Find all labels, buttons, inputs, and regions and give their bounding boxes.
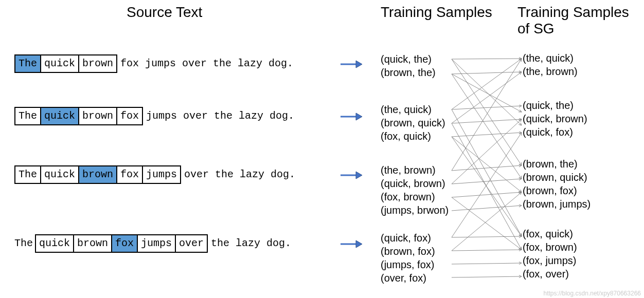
connection-line: [452, 192, 522, 251]
training-sample-sg: (quick, brown): [523, 112, 587, 125]
context-word-box: brown: [78, 54, 117, 73]
connection-line: [452, 74, 522, 179]
heading-training-samples: Training Samples: [381, 4, 492, 21]
training-sample: (the, quick): [381, 103, 445, 116]
target-word-box: fox: [111, 234, 138, 253]
training-sample-sg: (brown, quick): [523, 171, 591, 184]
training-sample-sg: (fox, brown): [523, 240, 577, 254]
training-sample-sg: (the, quick): [523, 51, 578, 65]
connection-line: [452, 263, 522, 264]
training-sample-sg: (fox, jumps): [523, 254, 577, 267]
lead-text: The: [14, 237, 35, 250]
connection-line: [452, 179, 522, 184]
target-word-box: The: [14, 54, 41, 73]
training-sample-sg: (the, brown): [523, 65, 578, 78]
connection-line: [452, 133, 522, 237]
context-word-box: brown: [73, 234, 112, 253]
connection-line: [452, 74, 522, 112]
context-word-box: The: [14, 107, 41, 125]
context-word-box: fox: [116, 107, 143, 125]
connection-line: [452, 109, 522, 236]
source-text-row: The quickbrownfoxjumpsoverthe lazy dog.: [14, 234, 291, 253]
connection-line: [452, 119, 522, 184]
svg-marker-5: [356, 172, 362, 179]
context-window: quickbrownfoxjumpsover: [35, 234, 208, 253]
connection-line: [452, 197, 522, 250]
connection-line: [452, 59, 522, 125]
context-word-box: The: [14, 165, 41, 184]
arrow-icon: [339, 239, 362, 249]
svg-marker-1: [356, 61, 362, 68]
connection-line: [452, 250, 522, 251]
context-window: Thequickbrownfoxjumps: [14, 165, 181, 184]
training-samples-sg-group: (the, quick)(the, brown): [523, 51, 578, 78]
training-samples-sg-group: (brown, the)(brown, quick)(brown, fox)(b…: [523, 157, 591, 211]
training-sample: (fox, brown): [381, 190, 449, 203]
connection-line: [452, 206, 522, 211]
watermark: https://blog.csdn.net/xpy870663266: [544, 290, 641, 297]
remaining-text: over the lazy dog.: [181, 169, 295, 181]
heading-source-text: Source Text: [127, 4, 202, 21]
training-sample: (jumps, brwon): [381, 203, 449, 217]
context-word-box: jumps: [137, 234, 176, 253]
svg-marker-3: [356, 113, 362, 120]
training-sample: (brown, the): [381, 66, 436, 79]
training-sample-sg: (quick, fox): [523, 125, 587, 139]
training-sample-sg: (brown, jumps): [523, 197, 591, 211]
training-sample: (over, fox): [381, 271, 435, 285]
connection-line: [452, 137, 522, 236]
connection-line: [452, 59, 522, 59]
context-word-box: quick: [40, 165, 79, 184]
context-word-box: quick: [35, 234, 74, 253]
context-word-box: quick: [40, 54, 79, 73]
context-word-box: over: [175, 234, 208, 253]
training-sample: (the, brown): [381, 163, 449, 177]
connection-line: [452, 72, 522, 74]
connection-line: [452, 276, 522, 277]
arrow-icon: [339, 171, 362, 180]
training-sample: (quick, the): [381, 52, 436, 66]
training-sample-sg: (brown, fox): [523, 184, 591, 197]
source-text-row: Thequickbrownfoxjumps over the lazy dog.: [14, 107, 294, 125]
remaining-text: fox jumps over the lazy dog.: [117, 58, 293, 70]
connection-line: [452, 165, 522, 171]
source-text-row: Thequickbrownfox jumps over the lazy dog…: [14, 54, 293, 73]
connection-line: [452, 106, 522, 109]
source-text-row: Thequickbrownfoxjumpsover the lazy dog.: [14, 165, 295, 184]
training-sample: (quick, brown): [381, 177, 449, 190]
training-sample-sg: (fox, over): [523, 267, 577, 281]
connection-line: [452, 192, 522, 197]
connection-line: [452, 123, 522, 250]
training-sample-sg: (fox, quick): [523, 227, 577, 240]
target-word-box: quick: [40, 107, 79, 125]
remaining-text: the lazy dog.: [208, 237, 291, 250]
connection-line: [452, 119, 522, 123]
training-sample-sg: (quick, the): [523, 99, 587, 112]
context-word-box: fox: [116, 165, 143, 184]
training-samples-group: (the, brown)(quick, brown)(fox, brown)(j…: [381, 163, 449, 217]
training-samples-group: (quick, fox)(brown, fox)(jumps, fox)(ove…: [381, 231, 435, 285]
context-window: Thequickbrown: [14, 54, 117, 73]
training-sample: (jumps, fox): [381, 258, 435, 271]
arrow-icon: [339, 112, 362, 121]
context-window: Thequickbrownfox: [14, 107, 143, 125]
training-samples-group: (quick, the)(brown, the): [381, 52, 436, 79]
connection-line: [452, 236, 522, 237]
training-sample: (brown, quick): [381, 116, 445, 129]
target-word-box: brown: [78, 165, 117, 184]
remaining-text: jumps over the lazy dog.: [143, 110, 294, 122]
connection-line: [452, 59, 522, 109]
connection-line: [452, 72, 522, 123]
connection-line: [452, 133, 522, 137]
training-samples-sg-group: (fox, quick)(fox, brown)(fox, jumps)(fox…: [523, 227, 577, 281]
connection-line: [452, 59, 522, 165]
training-sample-sg: (brown, the): [523, 157, 591, 171]
context-word-box: jumps: [142, 165, 181, 184]
arrow-icon: [339, 60, 362, 69]
training-samples-sg-group: (quick, the)(quick, brown)(quick, fox): [523, 99, 587, 139]
training-sample: (quick, fox): [381, 231, 435, 245]
training-sample: (fox, quick): [381, 129, 445, 143]
connection-line: [452, 59, 522, 171]
training-samples-group: (the, quick)(brown, quick)(fox, quick): [381, 103, 445, 143]
context-word-box: brown: [78, 107, 117, 125]
